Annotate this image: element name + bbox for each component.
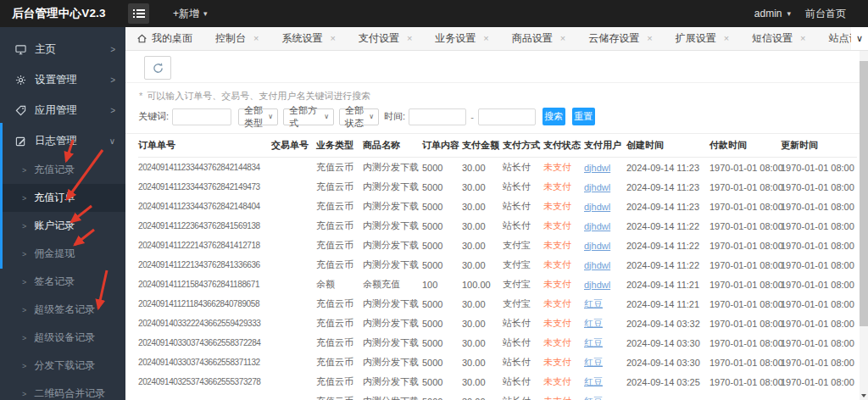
table-cell: 1970-01-01 08:00 — [781, 255, 857, 275]
close-icon[interactable]: × — [330, 34, 335, 43]
table-cell: 1970-01-01 08:00 — [709, 353, 781, 372]
collapse-menu-button[interactable] — [128, 3, 149, 24]
tab-6[interactable]: 云储存设置× — [588, 31, 652, 46]
tab-8[interactable]: 短信设置× — [752, 31, 805, 46]
sidebar-subitem-label: 充值订单 — [34, 192, 75, 203]
tab-overflow-dropdown[interactable]: ∨ — [851, 27, 868, 50]
column-header: 更新时间 — [781, 134, 857, 158]
sidebar-subitem-3[interactable]: >佣金提现 — [0, 240, 125, 268]
page-scrollbar[interactable] — [860, 51, 868, 400]
tab-7[interactable]: 扩展设置× — [676, 31, 729, 46]
pay-user-link[interactable]: 红豆 — [584, 357, 603, 367]
keyword-input[interactable] — [172, 108, 231, 125]
table-cell: 2024-09-14 11:23 — [626, 197, 709, 216]
table-cell: 30.00 — [462, 197, 503, 216]
table-cell — [271, 372, 316, 392]
sidebar-subitem-4[interactable]: >签名记录 — [0, 268, 125, 296]
sidebar-subitem-1[interactable]: >充值订单 — [0, 184, 125, 212]
sidebar-subitem-6[interactable]: >超级设备记录 — [0, 324, 125, 352]
close-icon[interactable]: × — [560, 34, 565, 43]
table-cell — [271, 236, 316, 255]
table-cell: 未支付 — [543, 353, 584, 372]
table-cell: 2024-09-14 11:23 — [626, 177, 709, 197]
sidebar-subitem-label: 分发下载记录 — [34, 359, 95, 371]
sidebar-subitem-2[interactable]: >账户记录 — [0, 212, 125, 240]
method-select[interactable]: 全部方式 ∨ — [283, 108, 334, 125]
table-cell: 30.00 — [462, 392, 503, 400]
table-row: 2024091411222143762841412718充值云币内测分发下载50… — [138, 236, 857, 255]
reset-button[interactable]: 重置 — [572, 108, 595, 125]
pay-user-link[interactable]: djhdwl — [584, 163, 610, 173]
pay-user-link[interactable]: djhdwl — [584, 182, 610, 192]
table-cell: 红豆 — [584, 294, 626, 314]
table-cell: 内测分发下载 — [363, 177, 422, 197]
table-cell: 充值云币 — [316, 158, 363, 178]
close-icon[interactable]: × — [407, 34, 412, 43]
table-cell: 支付宝 — [503, 294, 543, 314]
add-new-dropdown[interactable]: +新增 ▾ — [173, 7, 208, 21]
table-cell: 红豆 — [584, 333, 626, 353]
tab-label: 云储存设置 — [588, 31, 639, 46]
page-scrollbar-thumb[interactable] — [860, 61, 868, 326]
sidebar-subitem-0[interactable]: >充值记录 — [0, 156, 125, 184]
tab-0[interactable]: 我的桌面 — [136, 31, 192, 46]
front-site-link[interactable]: 前台首页 — [805, 7, 846, 21]
sidebar-item-settings[interactable]: 设置管理 > — [0, 64, 125, 95]
close-icon[interactable]: × — [647, 34, 652, 43]
sidebar-subitem-5[interactable]: >超级签名记录 — [0, 296, 125, 324]
table-cell: 未支付 — [543, 333, 584, 353]
tab-4[interactable]: 业务设置× — [435, 31, 488, 46]
table-cell: 内测分发下载 — [363, 158, 422, 178]
filter-bar: 关键词: 全部类型 ∨ 全部方式 ∨ 全部状态 ∨ 时间: - 搜索 重置 — [125, 108, 868, 134]
table-cell: 支付宝 — [503, 236, 543, 255]
keyword-label: 关键词: — [138, 110, 169, 123]
table-cell: 1970-01-01 08:00 — [781, 333, 857, 353]
sidebar-item-home[interactable]: 主页 > — [0, 34, 125, 64]
sidebar-item-apps[interactable]: 应用管理 > — [0, 95, 125, 125]
admin-user-dropdown[interactable]: admin ▾ — [754, 8, 791, 19]
table-cell — [271, 197, 316, 216]
chevron-down-icon: ▾ — [787, 9, 791, 18]
close-icon[interactable]: × — [800, 34, 805, 43]
tab-label: 业务设置 — [435, 31, 476, 46]
table-row: 2024091411233443762842144834充值云币内测分发下载50… — [138, 158, 857, 178]
sidebar-scrollbar-thumb[interactable] — [0, 123, 3, 269]
time-end-input[interactable] — [478, 108, 536, 125]
tab-5[interactable]: 商品设置× — [512, 31, 565, 46]
table-cell: 未支付 — [543, 158, 584, 178]
search-button[interactable]: 搜索 — [542, 108, 565, 125]
tab-3[interactable]: 支付设置× — [359, 31, 412, 46]
pay-user-link[interactable]: djhdwl — [584, 202, 610, 212]
sidebar-subitem-label: 超级设备记录 — [34, 331, 95, 343]
tab-1[interactable]: 控制台× — [215, 31, 259, 46]
close-icon[interactable]: × — [724, 34, 729, 43]
table-cell: 1970-01-01 08:00 — [781, 216, 857, 236]
table-cell: 余额 — [316, 275, 363, 294]
pay-user-link[interactable]: djhdwl — [584, 280, 610, 290]
sidebar-subitem-8[interactable]: >二维码合并记录 — [0, 380, 125, 400]
pay-user-link[interactable]: 红豆 — [584, 396, 603, 400]
pay-user-link[interactable]: 红豆 — [584, 318, 603, 328]
pay-user-link[interactable]: djhdwl — [584, 241, 610, 251]
time-start-input[interactable] — [409, 108, 466, 125]
pay-user-link[interactable]: djhdwl — [584, 221, 610, 231]
pay-user-link[interactable]: 红豆 — [584, 337, 603, 347]
pay-user-link[interactable]: 红豆 — [584, 376, 603, 386]
status-select[interactable]: 全部状态 ∨ — [339, 108, 379, 125]
close-icon[interactable]: × — [483, 34, 488, 43]
table-cell: 1970-01-01 08:00 — [709, 216, 781, 236]
home-icon — [136, 33, 147, 44]
close-icon[interactable]: × — [253, 34, 259, 43]
table-row: 2024091411223643762841569138充值云币内测分发下载50… — [138, 216, 857, 236]
pay-user-link[interactable]: 红豆 — [584, 298, 603, 308]
pay-user-link[interactable]: djhdwl — [584, 260, 610, 270]
table-cell: 未支付 — [543, 216, 584, 236]
sidebar-item-logs[interactable]: 日志管理 ∨ — [0, 125, 125, 156]
table-cell — [138, 392, 271, 400]
table-cell: 30.00 — [462, 353, 503, 372]
type-select[interactable]: 全部类型 ∨ — [238, 108, 278, 125]
tab-2[interactable]: 系统设置× — [281, 31, 335, 46]
sidebar-subitem-7[interactable]: >分发下载记录 — [0, 352, 125, 380]
table-cell: 内测分发下载 — [363, 197, 422, 216]
refresh-button[interactable] — [144, 56, 171, 80]
